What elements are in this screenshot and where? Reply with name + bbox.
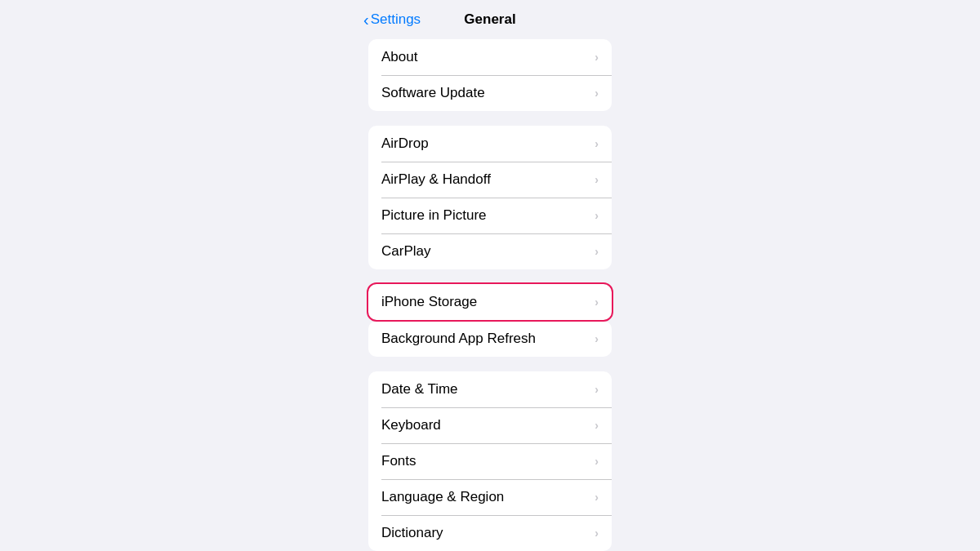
airdrop-label: AirDrop <box>381 136 429 152</box>
language-region-label: Language & Region <box>381 489 504 505</box>
settings-row-airdrop[interactable]: AirDrop › <box>368 126 612 162</box>
group-airdrop: AirDrop › AirPlay & Handoff › Picture in… <box>368 126 612 269</box>
chevron-right-icon-about: › <box>595 51 599 64</box>
settings-row-background-refresh[interactable]: Background App Refresh › <box>368 321 612 357</box>
chevron-right-icon-dictionary: › <box>595 527 599 540</box>
settings-row-picture-in-picture[interactable]: Picture in Picture › <box>368 198 612 233</box>
fonts-label: Fonts <box>381 453 416 469</box>
settings-row-language-region[interactable]: Language & Region › <box>368 479 612 515</box>
settings-row-carplay[interactable]: CarPlay › <box>368 233 612 269</box>
carplay-label: CarPlay <box>381 243 430 260</box>
keyboard-label: Keyboard <box>381 417 441 433</box>
iphone-storage-label: iPhone Storage <box>381 294 477 310</box>
chevron-right-icon-iphone-storage: › <box>595 295 599 309</box>
chevron-right-icon-date-time: › <box>595 383 599 396</box>
settings-row-about[interactable]: About › <box>368 39 612 75</box>
group-about: About › Software Update › <box>368 39 612 111</box>
chevron-right-icon-keyboard: › <box>595 419 599 432</box>
chevron-right-icon-airdrop: › <box>595 137 599 150</box>
dictionary-label: Dictionary <box>381 525 443 541</box>
settings-row-fonts[interactable]: Fonts › <box>368 443 612 479</box>
software-update-label: Software Update <box>381 85 485 101</box>
settings-row-dictionary[interactable]: Dictionary › <box>368 515 612 551</box>
settings-row-keyboard[interactable]: Keyboard › <box>368 407 612 443</box>
about-label: About <box>381 49 417 65</box>
date-time-label: Date & Time <box>381 381 458 398</box>
back-button[interactable]: ‹ Settings <box>363 11 421 28</box>
chevron-right-icon-pip: › <box>595 209 599 222</box>
settings-row-airplay-handoff[interactable]: AirPlay & Handoff › <box>368 162 612 198</box>
chevron-right-icon-airplay-handoff: › <box>595 173 599 186</box>
page-title: General <box>464 11 515 28</box>
chevron-right-icon-software-update: › <box>595 87 599 100</box>
picture-in-picture-label: Picture in Picture <box>381 207 487 224</box>
chevron-right-icon-language-region: › <box>595 491 599 504</box>
background-refresh-label: Background App Refresh <box>381 331 536 347</box>
chevron-right-icon-carplay: › <box>595 245 599 258</box>
back-label: Settings <box>371 11 421 28</box>
settings-row-iphone-storage[interactable]: iPhone Storage › <box>368 284 612 320</box>
nav-bar: ‹ Settings General <box>355 0 625 39</box>
settings-row-date-time[interactable]: Date & Time › <box>368 371 612 407</box>
chevron-right-icon-fonts: › <box>595 455 599 468</box>
group-storage: iPhone Storage › Background App Refresh … <box>368 284 612 357</box>
group-date-time: Date & Time › Keyboard › Fonts › Languag… <box>368 371 612 551</box>
settings-row-software-update[interactable]: Software Update › <box>368 75 612 111</box>
settings-content: About › Software Update › AirDrop › AirP… <box>355 39 625 551</box>
airplay-handoff-label: AirPlay & Handoff <box>381 171 491 188</box>
phone-container: ‹ Settings General About › Software Upda… <box>355 0 625 551</box>
chevron-right-icon-background-refresh: › <box>595 332 599 345</box>
back-chevron-icon: ‹ <box>363 11 369 28</box>
